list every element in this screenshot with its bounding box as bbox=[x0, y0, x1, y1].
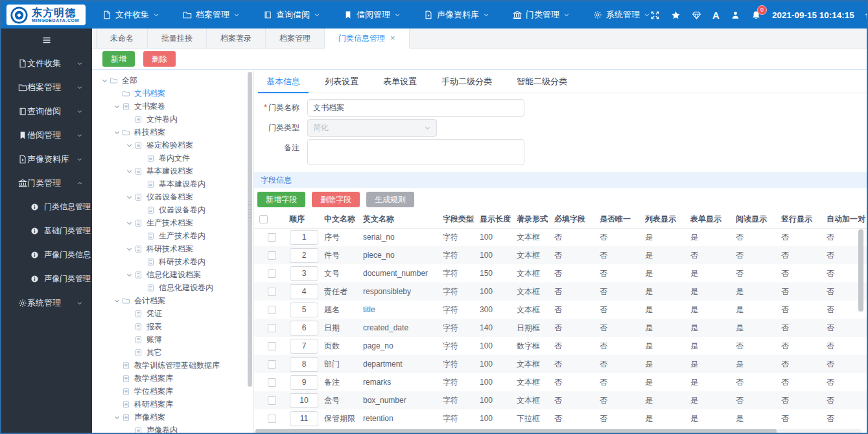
row-checkbox[interactable] bbox=[268, 306, 276, 314]
tree-node-10[interactable]: 仪器设备卷内 bbox=[92, 203, 253, 216]
top-menu-item-1[interactable]: 档案管理 bbox=[183, 9, 240, 21]
tree-node-6[interactable]: 卷内文件 bbox=[92, 152, 253, 165]
detail-tab-4[interactable]: 智能二级分类 bbox=[504, 70, 580, 93]
tree-node-14[interactable]: 科研技术卷内 bbox=[92, 255, 253, 268]
tree-node-25[interactable]: 科研档案库 bbox=[92, 398, 253, 411]
chevron-down-icon[interactable] bbox=[124, 246, 134, 253]
row-checkbox[interactable] bbox=[268, 415, 276, 423]
sidebar-item-5[interactable]: 门类管理 bbox=[1, 171, 92, 195]
order-input[interactable] bbox=[290, 375, 318, 390]
category-name-input[interactable] bbox=[307, 99, 524, 117]
top-menu-item-4[interactable]: 声像资料库 bbox=[424, 9, 489, 21]
top-menu-item-3[interactable]: 借阅管理 bbox=[344, 9, 401, 21]
document-tab-2[interactable]: 档案著录 bbox=[207, 29, 266, 48]
top-menu-item-2[interactable]: 查询借阅 bbox=[263, 9, 320, 21]
order-input[interactable] bbox=[290, 357, 318, 372]
sidebar-item-1[interactable]: 档案管理 bbox=[1, 75, 92, 99]
chevron-down-icon[interactable] bbox=[124, 220, 134, 227]
row-checkbox[interactable] bbox=[268, 324, 276, 332]
table-horizontal-scrollbar[interactable] bbox=[255, 429, 862, 433]
chevron-down-icon[interactable] bbox=[100, 77, 109, 84]
add-button[interactable]: 新增 bbox=[102, 51, 135, 67]
sidebar-item-6[interactable]: 系统管理 bbox=[1, 291, 92, 315]
sidebar-subitem-3[interactable]: 声像门类管理 bbox=[1, 267, 92, 291]
tree-node-13[interactable]: 科研技术档案 bbox=[92, 242, 253, 255]
top-menu-item-5[interactable]: 门类管理 bbox=[513, 9, 570, 21]
detail-tab-0[interactable]: 基本信息 bbox=[254, 70, 312, 93]
tree-node-24[interactable]: 学位档案库 bbox=[92, 385, 253, 398]
row-checkbox[interactable] bbox=[268, 360, 276, 369]
chevron-down-icon[interactable] bbox=[112, 103, 121, 110]
order-input[interactable] bbox=[290, 248, 318, 263]
tree-node-21[interactable]: 其它 bbox=[92, 346, 253, 359]
tree-node-20[interactable]: 账簿 bbox=[92, 333, 253, 346]
tree-node-26[interactable]: 声像档案 bbox=[92, 411, 253, 424]
row-checkbox[interactable] bbox=[268, 378, 276, 387]
tree-node-4[interactable]: 科技档案 bbox=[92, 126, 253, 139]
select-all-checkbox[interactable] bbox=[259, 215, 268, 223]
chevron-down-icon[interactable] bbox=[112, 297, 121, 304]
document-tab-1[interactable]: 批量挂接 bbox=[148, 29, 207, 48]
favorite-star-icon[interactable] bbox=[671, 10, 681, 20]
tree-node-15[interactable]: 信息化建设档案 bbox=[92, 268, 253, 281]
tree-node-5[interactable]: 鉴定检验档案 bbox=[92, 139, 253, 152]
chevron-down-icon[interactable] bbox=[112, 129, 121, 136]
row-checkbox[interactable] bbox=[268, 269, 276, 278]
order-input[interactable] bbox=[290, 230, 318, 245]
tree-node-27[interactable]: 声像卷内 bbox=[92, 424, 253, 433]
row-checkbox[interactable] bbox=[268, 342, 276, 350]
sidebar-item-3[interactable]: 借阅管理 bbox=[1, 123, 92, 147]
top-menu-item-6[interactable]: 系统管理 bbox=[593, 9, 650, 21]
add-field-button[interactable]: 新增字段 bbox=[257, 192, 305, 207]
delete-button[interactable]: 删除 bbox=[143, 51, 176, 67]
sidebar-item-2[interactable]: 查询借阅 bbox=[1, 99, 92, 123]
order-input[interactable] bbox=[290, 266, 318, 281]
sidebar-subitem-0[interactable]: 门类信息管理 bbox=[1, 195, 92, 219]
chevron-down-icon[interactable] bbox=[124, 142, 134, 149]
sidebar-item-4[interactable]: 声像资料库 bbox=[1, 147, 92, 171]
chevron-down-icon[interactable] bbox=[124, 271, 134, 279]
splitter-grip[interactable] bbox=[248, 201, 252, 220]
document-tab-0[interactable]: 未命名 bbox=[96, 29, 148, 48]
order-input[interactable] bbox=[290, 411, 318, 426]
detail-tab-3[interactable]: 手动二级分类 bbox=[429, 70, 504, 93]
row-checkbox[interactable] bbox=[268, 396, 276, 405]
document-tab-4[interactable]: 门类信息管理× bbox=[325, 29, 410, 49]
tree-node-22[interactable]: 教学训练管理基础数据库 bbox=[92, 359, 253, 372]
chevron-down-icon[interactable] bbox=[124, 194, 134, 201]
tree-node-12[interactable]: 生产技术卷内 bbox=[92, 229, 253, 242]
notification-bell-icon[interactable]: 0 bbox=[751, 10, 761, 20]
chevron-down-icon[interactable] bbox=[124, 168, 134, 175]
tree-node-1[interactable]: 文书档案 bbox=[92, 87, 253, 100]
order-input[interactable] bbox=[290, 393, 318, 408]
tree-node-3[interactable]: 文件卷内 bbox=[92, 113, 253, 126]
tree-node-2[interactable]: 文书案卷 bbox=[92, 100, 253, 113]
table-vertical-scrollbar[interactable] bbox=[858, 229, 863, 312]
close-icon[interactable]: × bbox=[390, 34, 395, 42]
tree-node-18[interactable]: 凭证 bbox=[92, 307, 253, 320]
sidebar-subitem-2[interactable]: 声像门类信息 bbox=[1, 243, 92, 267]
tree-node-11[interactable]: 生产技术档案 bbox=[92, 216, 253, 229]
row-checkbox[interactable] bbox=[268, 251, 276, 260]
tree-scrollbar[interactable] bbox=[248, 72, 252, 387]
tree-node-7[interactable]: 基本建设档案 bbox=[92, 165, 253, 177]
sidebar-item-0[interactable]: 文件收集 bbox=[1, 51, 92, 75]
fullscreen-icon[interactable] bbox=[650, 10, 660, 20]
order-input[interactable] bbox=[290, 303, 318, 317]
order-input[interactable] bbox=[290, 321, 318, 336]
detail-tab-1[interactable]: 列表设置 bbox=[312, 70, 371, 93]
order-input[interactable] bbox=[290, 339, 318, 354]
order-input[interactable] bbox=[290, 284, 318, 299]
tree-node-17[interactable]: 会计档案 bbox=[92, 294, 253, 307]
sidebar-subitem-1[interactable]: 基础门类管理 bbox=[1, 219, 92, 243]
font-size-icon[interactable]: A bbox=[712, 10, 720, 20]
tree-node-19[interactable]: 报表 bbox=[92, 320, 253, 333]
detail-tab-2[interactable]: 表单设置 bbox=[371, 70, 429, 93]
tree-node-23[interactable]: 教学档案库 bbox=[92, 372, 253, 385]
tree-node-9[interactable]: 仪器设备档案 bbox=[92, 190, 253, 203]
remark-textarea[interactable] bbox=[307, 139, 524, 165]
row-checkbox[interactable] bbox=[268, 288, 276, 296]
tree-node-0[interactable]: 全部 bbox=[92, 74, 253, 87]
user-icon[interactable] bbox=[731, 10, 740, 20]
delete-field-button[interactable]: 删除字段 bbox=[312, 192, 360, 207]
